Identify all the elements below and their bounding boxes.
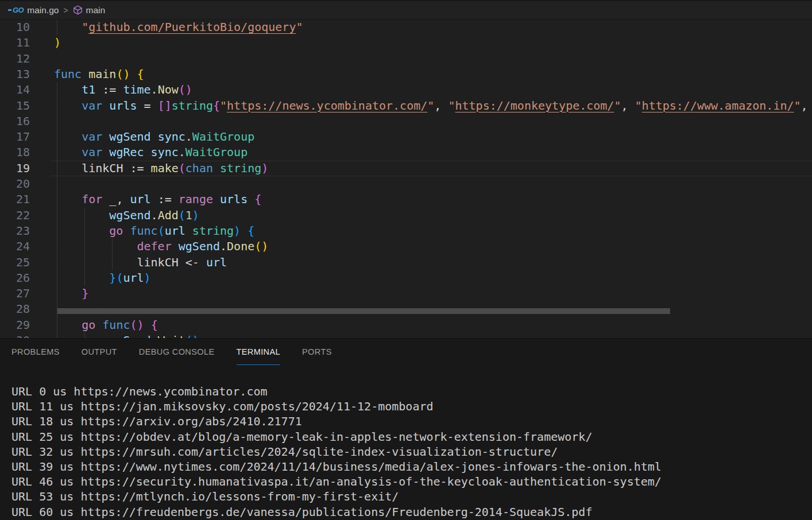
horizontal-scrollbar[interactable]: [57, 308, 670, 314]
indent-guide: [57, 270, 57, 286]
code-area[interactable]: 10 "github.com/PuerkitoBio/goquery"11)12…: [0, 20, 812, 338]
indent-guide: [112, 255, 113, 270]
panel-tab-debug-console[interactable]: DEBUG CONSOLE: [139, 339, 215, 365]
code-line: 21 for _, url := range urls {: [0, 192, 812, 207]
line-number: 13: [0, 67, 30, 82]
panel-tab-ports[interactable]: PORTS: [302, 339, 332, 365]
code-line: 13func main() {: [0, 67, 812, 82]
code-line: 12: [0, 51, 812, 67]
line-number: 24: [0, 239, 30, 254]
code-line-content: defer wgSend.Done(): [54, 239, 812, 254]
code-line-content: var wgRec sync.WaitGroup: [54, 145, 812, 160]
code-editor[interactable]: GO main.go > main 10 "github.com/Puerkit…: [0, 0, 812, 338]
code-line-content: wgSend.Add(1): [54, 208, 812, 223]
terminal-line: URL 0 us https://news.ycombinator.com: [11, 384, 812, 399]
indent-guide: [112, 239, 113, 254]
indent-guide: [57, 145, 57, 160]
line-number: 29: [0, 317, 30, 333]
indent-guide: [57, 239, 57, 254]
line-number: 26: [0, 270, 30, 286]
bottom-panel: PROBLEMSOUTPUTDEBUG CONSOLETERMINALPORTS…: [0, 338, 812, 520]
breadcrumb-symbol[interactable]: main: [73, 5, 106, 15]
panel-tab-problems[interactable]: PROBLEMS: [11, 339, 60, 365]
line-number: 19: [0, 161, 30, 176]
code-line: 23 go func(url string) {: [0, 223, 812, 239]
code-line: 27 }: [0, 286, 812, 301]
line-number: 20: [0, 176, 30, 192]
breadcrumb-symbol-label: main: [86, 5, 106, 15]
code-line: 15 var urls = []string{"https://news.yco…: [0, 98, 812, 114]
breadcrumb-file-label: main.go: [27, 5, 59, 15]
code-line-content: wgSend.Wait(): [54, 333, 812, 338]
code-line: 18 var wgRec sync.WaitGroup: [0, 145, 812, 160]
code-line: 11): [0, 35, 812, 51]
indent-guide: [84, 270, 85, 286]
indent-guide: [57, 98, 57, 114]
panel-tab-terminal[interactable]: TERMINAL: [237, 339, 281, 365]
code-line-content: [54, 176, 812, 192]
terminal-line: URL 11 us https://jan.miksovsky.com/post…: [11, 399, 812, 414]
terminal-line: URL 32 us https://mrsuh.com/articles/202…: [11, 444, 812, 459]
line-number: 23: [0, 223, 30, 239]
line-number: 17: [0, 129, 30, 145]
terminal-line: URL 39 us https://www.nytimes.com/2024/1…: [11, 459, 812, 474]
line-number: 22: [0, 208, 30, 223]
code-line-content: "github.com/PuerkitoBio/goquery": [54, 20, 812, 35]
breadcrumb: GO main.go > main: [0, 0, 812, 20]
indent-guide: [84, 223, 85, 239]
code-line-content: linkCH := make(chan string): [54, 161, 812, 176]
code-line-content: }(url): [54, 270, 812, 286]
breadcrumb-file[interactable]: GO main.go: [8, 5, 59, 15]
code-line-content: linkCH <- url: [54, 255, 812, 270]
code-line-content: go func() {: [54, 317, 812, 333]
chevron-right-icon: >: [63, 6, 68, 15]
terminal-line: URL 53 us https://mtlynch.io/lessons-fro…: [11, 489, 812, 504]
line-number: 15: [0, 98, 30, 114]
panel-tab-output[interactable]: OUTPUT: [82, 339, 117, 365]
line-number: 14: [0, 82, 30, 98]
code-line: 14 t1 := time.Now(): [0, 82, 812, 98]
indent-guide: [57, 286, 57, 301]
indent-guide: [57, 82, 57, 98]
code-line-content: func main() {: [54, 67, 812, 82]
code-line: 22 wgSend.Add(1): [0, 208, 812, 223]
code-line-content: go func(url string) {: [54, 223, 812, 239]
line-number: 30: [0, 333, 30, 338]
code-line-content: for _, url := range urls {: [54, 192, 812, 207]
code-line: 20: [0, 176, 812, 192]
vscode-window: { "palette": { "editorBg": "#1f1f1f", "b…: [0, 0, 812, 520]
terminal-output[interactable]: URL 0 us https://news.ycombinator.comURL…: [0, 384, 812, 520]
indent-guide: [84, 255, 85, 270]
code-line: 29 go func() {: [0, 317, 812, 333]
code-line-content: }: [54, 286, 812, 301]
panel-tab-bar: PROBLEMSOUTPUTDEBUG CONSOLETERMINALPORTS: [0, 339, 812, 365]
indent-guide: [57, 161, 57, 176]
line-number: 11: [0, 35, 30, 51]
go-icon: GO: [8, 6, 24, 14]
indent-guide: [57, 176, 57, 192]
line-number: 18: [0, 145, 30, 160]
indent-guide: [57, 317, 57, 333]
code-line: 30 wgSend.Wait(): [0, 333, 812, 338]
indent-guide: [84, 208, 85, 223]
line-number: 21: [0, 192, 30, 207]
indent-guide: [84, 239, 85, 254]
indent-guide: [57, 223, 57, 239]
terminal-line: URL 18 us https://arxiv.org/abs/2410.217…: [11, 414, 812, 429]
code-line: 10 "github.com/PuerkitoBio/goquery": [0, 20, 812, 35]
code-line: 17 var wgSend sync.WaitGroup: [0, 129, 812, 145]
code-line: 24 defer wgSend.Done(): [0, 239, 812, 254]
code-line-content: [54, 114, 812, 129]
code-line-content: t1 := time.Now(): [54, 82, 812, 98]
indent-guide: [57, 129, 57, 145]
indent-guide: [57, 208, 57, 223]
terminal-line: URL 25 us https://obdev.at/blog/a-memory…: [11, 429, 812, 444]
line-number: 27: [0, 286, 30, 301]
line-number: 16: [0, 114, 30, 129]
indent-guide: [57, 255, 57, 270]
code-line-content: var urls = []string{"https://news.ycombi…: [54, 98, 812, 114]
indent-guide: [57, 114, 57, 129]
terminal-line: URL 60 us https://freudenbergs.de/vaness…: [11, 505, 812, 519]
indent-guide: [57, 20, 57, 35]
line-number: 12: [0, 51, 30, 67]
